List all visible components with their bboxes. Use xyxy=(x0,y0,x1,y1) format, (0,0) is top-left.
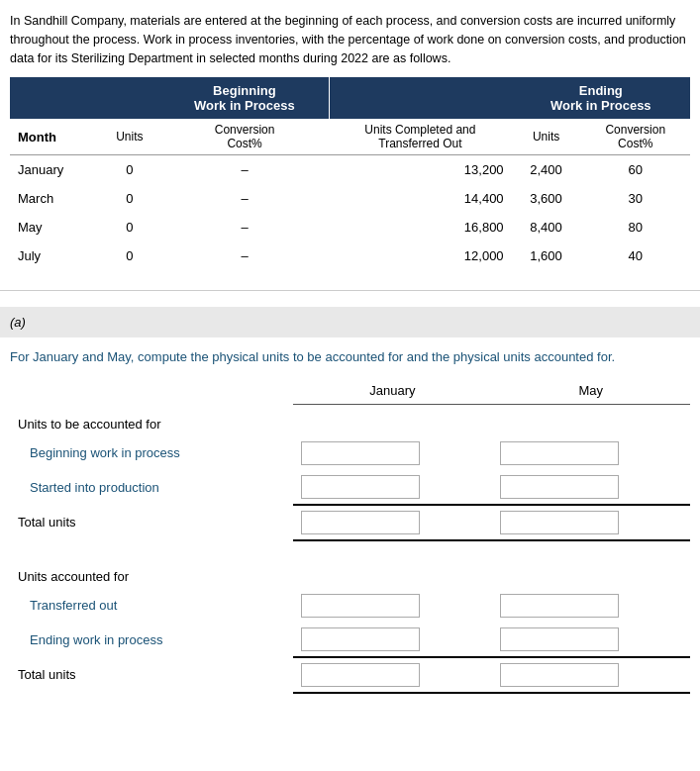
transferred-jan-cell[interactable] xyxy=(293,589,491,623)
started-jan-cell[interactable] xyxy=(293,470,491,505)
end-conv-cell: 80 xyxy=(581,213,691,241)
beginning-wip-row: Beginning work in process xyxy=(10,436,690,470)
end-conv-col-header: ConversionCost% xyxy=(581,119,691,155)
end-units-cell: 2,400 xyxy=(512,155,581,185)
end-conv-cell: 30 xyxy=(581,184,691,213)
started-production-label: Started into production xyxy=(10,470,293,505)
table-row: March 0 – 14,400 3,600 30 xyxy=(10,184,690,213)
total-jan-input-2[interactable] xyxy=(301,663,420,687)
units-input-table: January May Units to be accounted for Be… xyxy=(10,377,690,694)
ending-wip-label: Ending work in process xyxy=(10,623,293,657)
spacer-row xyxy=(10,540,690,557)
end-conv-cell: 40 xyxy=(581,241,691,270)
units-cell: 0 xyxy=(99,155,160,185)
beginning-wip-may-cell[interactable] xyxy=(492,436,690,470)
started-may-input[interactable] xyxy=(500,475,619,499)
transferred-may-cell[interactable] xyxy=(492,589,690,623)
units-accounted-label: Units accounted for xyxy=(10,557,690,589)
units-to-be-accounted-label: Units to be accounted for xyxy=(10,404,690,436)
intro-paragraph: In Sandhill Company, materials are enter… xyxy=(0,0,700,77)
transferred-cell: 13,200 xyxy=(329,155,511,185)
total-units-label-2: Total units xyxy=(10,657,293,693)
month-cell: July xyxy=(10,241,99,270)
units-cell: 0 xyxy=(99,184,160,213)
end-units-cell: 8,400 xyxy=(512,213,581,241)
conv-cell: – xyxy=(160,184,329,213)
ending-wip-row: Ending work in process xyxy=(10,623,690,657)
january-col-header: January xyxy=(293,377,491,405)
month-cell: January xyxy=(10,155,99,185)
section-header-row-2: Units accounted for xyxy=(10,557,690,589)
units-col-header: Units xyxy=(99,119,160,155)
started-may-cell[interactable] xyxy=(492,470,690,505)
transferred-cell: 12,000 xyxy=(329,241,511,270)
data-table-section: BeginningWork in Process EndingWork in P… xyxy=(0,77,700,280)
ending-wip-may-cell[interactable] xyxy=(492,623,690,657)
total-units-row-2: Total units xyxy=(10,657,690,693)
transferred-cell: 16,800 xyxy=(329,213,511,241)
ending-wip-jan-cell[interactable] xyxy=(293,623,491,657)
conv-cost-col-header: ConversionCost% xyxy=(160,119,329,155)
may-col-header: May xyxy=(492,377,690,405)
month-cell: March xyxy=(10,184,99,213)
transferred-out-label: Transferred out xyxy=(10,589,293,623)
end-units-cell: 1,600 xyxy=(512,241,581,270)
started-jan-input[interactable] xyxy=(301,475,420,499)
units-cell: 0 xyxy=(99,213,160,241)
end-conv-cell: 60 xyxy=(581,155,691,185)
part-a-description: For January and May, compute the physica… xyxy=(0,337,700,373)
empty-header xyxy=(10,377,293,405)
transferred-col-header: Units Completed andTransferred Out xyxy=(329,119,511,155)
ending-wip-may-input[interactable] xyxy=(500,627,619,651)
input-section: January May Units to be accounted for Be… xyxy=(0,377,700,704)
started-production-row: Started into production xyxy=(10,470,690,505)
transferred-jan-input[interactable] xyxy=(301,594,420,618)
month-cell: May xyxy=(10,213,99,241)
total-may-input-2[interactable] xyxy=(500,663,619,687)
total-may-input-1[interactable] xyxy=(500,511,619,534)
table-row: May 0 – 16,800 8,400 80 xyxy=(10,213,690,241)
conv-cell: – xyxy=(160,241,329,270)
units-cell: 0 xyxy=(99,241,160,270)
production-table: BeginningWork in Process EndingWork in P… xyxy=(10,77,690,270)
conv-cell: – xyxy=(160,155,329,185)
conv-cell: – xyxy=(160,213,329,241)
beginning-wip-jan-input[interactable] xyxy=(301,441,420,465)
total-units-label-1: Total units xyxy=(10,505,293,540)
end-units-col-header: Units xyxy=(512,119,581,155)
transferred-may-input[interactable] xyxy=(500,594,619,618)
total-units-row-1: Total units xyxy=(10,505,690,540)
section-header-row: Units to be accounted for xyxy=(10,404,690,436)
part-a-section: (a) xyxy=(0,307,700,337)
part-a-label: (a) xyxy=(10,315,26,330)
ending-wip-jan-input[interactable] xyxy=(301,627,420,651)
beginning-wip-label: Beginning work in process xyxy=(10,436,293,470)
beginning-wip-jan-cell[interactable] xyxy=(293,436,491,470)
table-row: July 0 – 12,000 1,600 40 xyxy=(10,241,690,270)
transferred-out-row: Transferred out xyxy=(10,589,690,623)
beginning-wip-may-input[interactable] xyxy=(500,441,619,465)
total-may-cell-2[interactable] xyxy=(492,657,690,693)
transferred-cell: 14,400 xyxy=(329,184,511,213)
total-jan-input-1[interactable] xyxy=(301,511,420,534)
table-row: January 0 – 13,200 2,400 60 xyxy=(10,155,690,185)
total-jan-cell-2[interactable] xyxy=(293,657,491,693)
total-may-cell-1[interactable] xyxy=(492,505,690,540)
month-col-header: Month xyxy=(10,119,99,155)
ending-wip-header: EndingWork in Process xyxy=(550,83,651,113)
total-jan-cell-1[interactable] xyxy=(293,505,491,540)
end-units-cell: 3,600 xyxy=(512,184,581,213)
beginning-wip-header: BeginningWork in Process xyxy=(194,83,295,113)
